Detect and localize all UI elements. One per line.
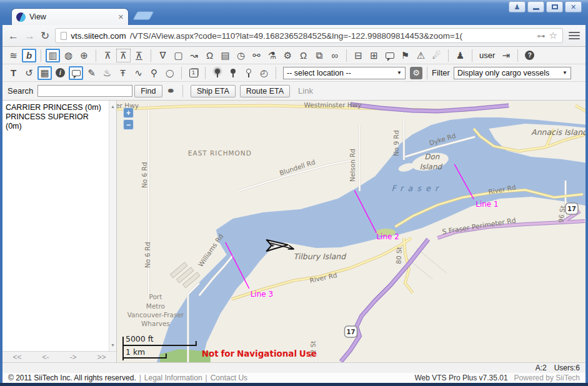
toolbar-row1: ≋ b ▥ ◍ ⊕ ⊼ ⊼ ⊼ ∇ ▢ ↝ Ω ▤ ◷ ⚯ ⚗ ⚙ Ω ⧉ ∞ … <box>2 47 586 64</box>
bookmark-star-icon[interactable]: ☆ <box>549 30 557 41</box>
engine-icon[interactable]: ⚙ <box>281 49 295 62</box>
scale-feet-label: 5000 ft <box>126 334 154 344</box>
place-label: Vancouver-Fraser <box>127 311 184 319</box>
history-clock-icon[interactable]: ◷ <box>234 49 248 62</box>
filter-funnel-icon[interactable]: ∇ <box>156 49 170 62</box>
toolbar-separator <box>151 49 151 62</box>
text-label-icon[interactable]: T <box>6 66 21 80</box>
map-canvas[interactable]: 17 17 Westminster Hwy Westminster Hwy EA… <box>117 101 586 362</box>
undo-icon[interactable]: ↺ <box>22 66 36 80</box>
location-select[interactable]: -- select location -- ▼ <box>283 67 406 79</box>
back-icon[interactable]: ← <box>8 31 19 41</box>
inbox-download-icon[interactable]: ⊟ <box>351 49 366 62</box>
chat-bubble-icon[interactable] <box>382 49 397 62</box>
zoom-out-button[interactable]: − <box>123 119 134 130</box>
tab-close-icon[interactable]: ✕ <box>118 13 124 21</box>
browser-titlebar: View ✕ ♟ ✕ <box>0 0 588 25</box>
list-item[interactable]: PRINCESS SUPERIOR (0m) <box>6 112 106 131</box>
bing-maps-icon[interactable]: b <box>22 49 36 62</box>
browser-tab[interactable]: View ✕ <box>11 8 129 25</box>
user-icon[interactable]: ♟ <box>453 49 467 62</box>
page-next-button[interactable]: -> <box>69 353 76 362</box>
polygon-select-icon[interactable]: ▢ <box>171 49 186 62</box>
window-buttons: ♟ ✕ <box>509 1 582 12</box>
current-meter-icon[interactable]: Ŧ <box>116 66 130 80</box>
chart-icon[interactable]: ∿ <box>131 66 146 80</box>
find-button[interactable]: Find <box>134 85 162 97</box>
page-first-button[interactable]: << <box>12 353 21 362</box>
contact-link[interactable]: Contact Us <box>211 374 247 382</box>
page-prev-button[interactable]: <- <box>42 353 49 362</box>
filter-label: Filter <box>432 68 450 77</box>
search-input[interactable] <box>37 85 132 97</box>
draft-marker-icon[interactable]: ⊼ <box>101 49 115 62</box>
fuel-icon[interactable]: ⚗ <box>265 49 279 62</box>
line2-label: Line 2 <box>376 232 399 241</box>
sidebar-scrollbar[interactable]: ▲ ▼ <box>109 101 116 351</box>
chat-bubble-shape <box>386 52 394 59</box>
layers-icon[interactable]: ≋ <box>6 49 21 62</box>
flag-icon[interactable]: ⚑ <box>398 49 412 62</box>
help-icon[interactable]: ? <box>522 49 537 62</box>
voicemail-icon[interactable]: ∞ <box>327 49 342 62</box>
scroll-down-icon[interactable]: ▼ <box>111 340 115 350</box>
link-label[interactable]: Link <box>298 86 313 96</box>
close-button[interactable]: ✕ <box>565 1 582 12</box>
lamp-bright-icon[interactable] <box>210 66 224 80</box>
weather-icon[interactable]: ♨ <box>100 66 114 80</box>
pin-icon[interactable]: ⚲ <box>147 66 161 80</box>
logout-icon[interactable]: ⇥ <box>499 49 513 62</box>
lamp-solid-icon[interactable] <box>226 66 240 80</box>
document-icon[interactable]: ▤ <box>218 49 232 62</box>
draft-marker-lines-icon[interactable]: ⊼ <box>132 49 146 62</box>
toolbar-separator <box>205 67 206 79</box>
binoculars-icon[interactable]: ⚭ <box>167 85 175 97</box>
copy-documents-icon[interactable]: ⧉ <box>312 49 326 62</box>
map[interactable]: + − <box>117 101 586 362</box>
toolbar-separator <box>427 67 427 79</box>
toolbar-separator <box>346 49 347 62</box>
page-last-button[interactable]: >> <box>97 353 106 362</box>
minimize-button[interactable] <box>527 1 544 12</box>
route-eta-button[interactable]: Route ETA <box>240 85 290 97</box>
scroll-up-icon[interactable]: ▲ <box>111 102 115 111</box>
reload-icon[interactable]: ↻ <box>41 31 49 41</box>
new-tab-button[interactable] <box>132 11 154 20</box>
link-nodes-icon[interactable]: ⚯ <box>249 49 264 62</box>
info-icon[interactable]: i <box>53 66 67 80</box>
zoom-in-button[interactable]: + <box>123 107 134 118</box>
road-map-icon[interactable]: ▥ <box>46 49 60 62</box>
alarm-bell-icon[interactable]: Ω <box>202 49 217 62</box>
toolbar-separator <box>517 49 518 62</box>
username-label: user <box>477 51 497 60</box>
key-icon[interactable]: ⊶ <box>537 31 546 41</box>
maximize-button[interactable] <box>546 1 563 12</box>
globe-icon[interactable]: ◍ <box>61 49 76 62</box>
ellipse-icon[interactable]: ◯ <box>162 66 177 80</box>
filter-select[interactable]: Display only cargo vessels ▼ <box>454 67 571 79</box>
toolbar-separator <box>472 49 472 62</box>
warning-icon[interactable]: ⚠ <box>414 49 428 62</box>
alert-bell-icon[interactable]: Ω <box>296 49 311 62</box>
list-item[interactable]: CARRIER PRINCESS (0m) <box>6 103 106 112</box>
draft-marker-boxed-icon[interactable]: ⊼ <box>116 49 131 62</box>
globe-grid-icon[interactable]: ⊕ <box>77 49 91 62</box>
polyline-icon[interactable]: ↝ <box>187 49 201 62</box>
browser-menu-icon[interactable] <box>569 32 580 40</box>
table-grid-icon[interactable]: ▦ <box>37 66 52 80</box>
pages-icon[interactable]: 1 <box>186 66 201 80</box>
inbox-upload-icon[interactable]: ⊞ <box>367 49 381 62</box>
gauge-icon[interactable]: ◴ <box>257 66 271 80</box>
ship-eta-button[interactable]: Ship ETA <box>191 85 236 97</box>
toolbar-row2: T ↺ ▦ i ✎ ♨ Ŧ ∿ ⚲ ◯ 1 ◴ -- select locati… <box>2 64 586 82</box>
satellite-icon[interactable]: ☄ <box>429 49 444 62</box>
road-label: 80 St <box>394 247 402 264</box>
legal-link[interactable]: Legal Information <box>144 374 202 382</box>
measure-icon[interactable]: ✎ <box>84 66 99 80</box>
profile-icon[interactable]: ♟ <box>509 1 526 12</box>
svg-text:17: 17 <box>347 329 356 335</box>
address-bar[interactable]: vts.siitech.com /VTS/AView.aspx?code=110… <box>55 28 563 43</box>
gear-icon[interactable]: ⚙ <box>410 67 422 79</box>
callout-icon[interactable] <box>69 66 83 80</box>
lamp-outline-icon[interactable] <box>241 66 256 80</box>
